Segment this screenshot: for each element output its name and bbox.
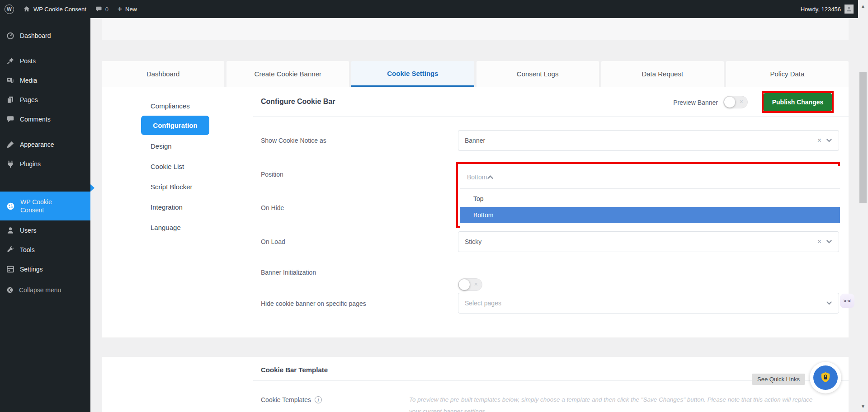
user-avatar-icon [846,6,852,12]
sidebar-label: Plugins [20,160,41,168]
sidebar-item-settings[interactable]: Settings [0,259,90,279]
sidebar-label: Collapse menu [19,286,61,294]
cookie-templates-label: Cookie Templates [261,396,311,403]
plugin-tabs: Dashboard Create Cookie Banner Cookie Se… [102,61,849,87]
plugins-plug-icon [6,160,14,168]
panel-collapse-widget-icon[interactable]: >·< [840,294,854,308]
tab-policy-data[interactable]: Policy Data [726,61,849,87]
chevron-up-icon [487,174,494,181]
tab-consent-logs[interactable]: Consent Logs [476,61,599,87]
sidebar-item-media[interactable]: Media [0,70,90,90]
hide-on-pages-select[interactable]: Select pages [458,293,839,314]
tab-create-cookie-banner[interactable]: Create Cookie Banner [226,61,349,87]
howdy-greeting[interactable]: Howdy, 123456 [801,6,841,13]
sidebar-item-appearance[interactable]: Appearance [0,135,90,154]
quick-links-fab[interactable] [810,362,841,393]
comments-link[interactable]: 0 [91,0,113,18]
comments-icon [6,115,14,123]
sidebar-item-dashboard[interactable]: Dashboard [0,26,90,45]
pages-icon [6,96,14,104]
info-icon[interactable]: i [315,396,322,403]
subnav-item-design[interactable]: Design [151,140,172,151]
position-dropdown: Bottom Top Bottom [460,166,840,228]
sidebar-label: Comments [20,116,51,123]
sidebar-item-tools[interactable]: Tools [0,240,90,259]
on-load-select[interactable]: Sticky × [458,231,839,252]
publish-changes-button[interactable]: Publish Changes [764,93,832,111]
chevron-down-icon [826,300,832,306]
sidebar-label: WP Cookie Consent [20,198,67,214]
panel-title: Configure Cookie Bar [261,98,335,106]
toggle-off-icon: × [474,281,478,288]
clear-icon[interactable]: × [817,136,821,145]
sidebar-item-pages[interactable]: Pages [0,90,90,109]
subnav-item-language[interactable]: Language [151,222,181,233]
template-note-line1: To preview the pre-built templates below… [409,396,832,403]
wordpress-admin-screen: W WP Cookie Consent 0 + New Howdy, 12345… [0,0,868,412]
sidebar-label: Appearance [20,141,54,148]
sidebar-item-comments[interactable]: Comments [0,109,90,129]
subnav-item-compliances[interactable]: Compliances [151,100,190,111]
sidebar-item-posts[interactable]: Posts [0,51,90,70]
collapse-arrow-icon [6,286,14,294]
see-quick-links-button[interactable]: See Quick Links [752,374,805,385]
admin-bar: W WP Cookie Consent 0 + New Howdy, 12345… [0,0,868,18]
template-note-line2: your current banner settings. [409,408,832,412]
tab-dashboard[interactable]: Dashboard [102,61,224,87]
clear-icon[interactable]: × [817,238,821,246]
scroll-up-arrow[interactable]: ▲ [858,4,868,9]
site-name: WP Cookie Consent [33,6,86,13]
settings-icon [6,265,14,273]
tab-cookie-settings[interactable]: Cookie Settings [351,61,474,87]
sidebar-label: Tools [20,246,35,253]
sidebar-label: Media [20,77,37,84]
header-divider [253,116,849,117]
sidebar-label: Users [20,227,37,234]
subnav-item-script-blocker[interactable]: Script Blocker [151,181,193,192]
tools-wrench-icon [6,246,14,254]
toggle-knob [459,279,470,290]
position-label: Position [261,171,283,178]
preview-banner-toggle[interactable]: × [723,96,748,108]
position-option-bottom[interactable]: Bottom [460,207,840,223]
hide-on-pages-label: Hide cookie banner on specific pages [261,300,366,307]
toggle-off-icon: × [740,98,743,105]
scroll-down-arrow[interactable]: ▼ [858,404,868,409]
admin-sidebar: Dashboard Posts Media Pages Comments App… [0,18,90,412]
sidebar-item-wp-cookie-consent[interactable]: WP Cookie Consent [0,192,90,220]
avatar[interactable] [844,5,854,14]
subnav-item-configuration[interactable]: Configuration [141,116,209,135]
notice-as-select[interactable]: Banner × [458,130,839,151]
chevron-down-icon [826,137,832,144]
media-camera-icon [6,76,14,84]
new-content-link[interactable]: + New [113,0,142,18]
comments-count: 0 [105,6,108,13]
site-link[interactable]: WP Cookie Consent [19,0,91,18]
shield-lock-icon [819,371,832,384]
new-label: New [125,6,137,13]
scrollbar-thumb[interactable] [859,72,867,203]
active-menu-arrow [90,184,94,192]
wordpress-menu[interactable]: W [0,0,19,18]
cookie-icon [6,202,15,211]
position-select-field[interactable]: Bottom [460,166,840,189]
position-option-top[interactable]: Top [460,191,840,207]
chevron-down-icon [826,239,832,245]
on-hide-label: On Hide [261,204,284,211]
banner-initialization-toggle[interactable]: × [458,278,482,291]
sidebar-item-collapse-menu[interactable]: Collapse menu [0,280,90,300]
quick-links-fab-circle [813,365,838,390]
tab-data-request[interactable]: Data Request [601,61,724,87]
subnav-item-integration[interactable]: Integration [151,201,183,212]
home-icon [23,5,30,13]
toggle-knob [724,97,735,108]
subnav-item-cookie-list[interactable]: Cookie List [151,161,184,172]
notice-as-label: Show Cookie Notice as [261,137,326,144]
sidebar-item-plugins[interactable]: Plugins [0,154,90,173]
top-notice-strip [102,18,849,40]
sidebar-item-users[interactable]: Users [0,220,90,240]
sidebar-label: Pages [20,96,38,103]
plus-icon: + [118,5,122,14]
template-section-title: Cookie Bar Template [261,366,328,374]
on-load-label: On Load [261,238,285,245]
